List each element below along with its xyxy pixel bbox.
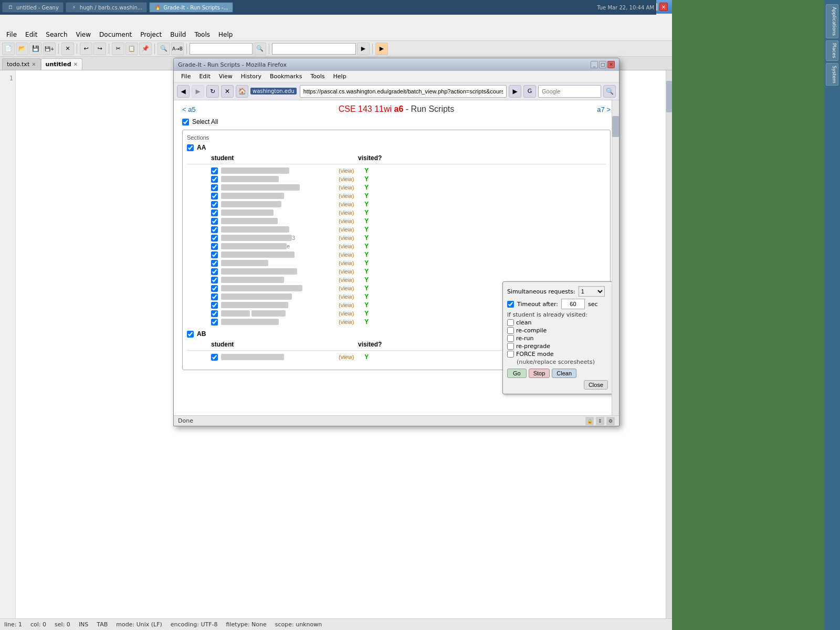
student-6-view[interactable]: (view) xyxy=(339,209,354,216)
section-ab-checkbox[interactable] xyxy=(187,331,194,338)
student-8-checkbox[interactable] xyxy=(211,226,218,233)
search-bar[interactable] xyxy=(538,85,601,98)
search-input[interactable] xyxy=(272,43,356,55)
menu-build[interactable]: Build xyxy=(166,30,190,39)
tb-search-go[interactable]: ▶ xyxy=(357,43,370,55)
task-geany[interactable]: 🗒 untitled - Geany xyxy=(2,2,64,13)
stop-button[interactable]: Stop xyxy=(529,369,550,378)
tab-untitled-close[interactable]: ✕ xyxy=(74,61,78,67)
select-all-checkbox[interactable] xyxy=(182,119,189,125)
student-9-checkbox[interactable] xyxy=(211,235,218,242)
tb-open[interactable]: 📂 xyxy=(16,43,28,55)
menu-edit[interactable]: Edit xyxy=(21,30,41,39)
tab-todo-close[interactable]: ✕ xyxy=(32,61,36,67)
tb-replace[interactable]: A→B xyxy=(171,43,184,55)
student-14-view[interactable]: (view) xyxy=(339,277,354,283)
opt-repregrade-checkbox[interactable] xyxy=(507,343,514,350)
student-12-checkbox[interactable] xyxy=(211,260,218,267)
geany-close[interactable]: ✕ xyxy=(659,3,668,11)
tb-new[interactable]: 📄 xyxy=(2,43,15,55)
go-button[interactable]: Go xyxy=(507,369,527,378)
tab-todo[interactable]: todo.txt ✕ xyxy=(2,58,41,70)
menu-help[interactable]: Help xyxy=(214,30,237,39)
clean-button[interactable]: Clean xyxy=(552,369,576,378)
ff-menu-history[interactable]: History xyxy=(237,72,266,81)
tb-undo[interactable]: ↩ xyxy=(80,43,92,55)
close-button[interactable]: Close xyxy=(584,380,608,390)
ff-search-engine[interactable]: G xyxy=(523,85,536,98)
editor-scrollbar[interactable] xyxy=(666,70,672,618)
ff-menu-view[interactable]: View xyxy=(215,72,237,81)
ff-close[interactable]: ✕ xyxy=(607,61,615,68)
ff-home[interactable]: 🏠 xyxy=(236,85,248,98)
tb-save[interactable]: 💾 xyxy=(29,43,42,55)
menu-document[interactable]: Document xyxy=(95,30,136,39)
student-16-view[interactable]: (view) xyxy=(339,293,354,300)
student-17-checkbox[interactable] xyxy=(211,302,218,309)
student-ab-1-checkbox[interactable] xyxy=(211,354,218,361)
student-19-view[interactable]: (view) xyxy=(339,319,354,325)
ff-maximize[interactable]: □ xyxy=(599,61,606,68)
title-assign[interactable]: a6 xyxy=(394,104,404,113)
ff-stop[interactable]: ✕ xyxy=(221,85,234,98)
menu-project[interactable]: Project xyxy=(136,30,166,39)
student-4-checkbox[interactable] xyxy=(211,193,218,200)
student-2-checkbox[interactable] xyxy=(211,176,218,183)
title-quarter[interactable]: 11wi xyxy=(374,104,392,113)
student-18-checkbox[interactable] xyxy=(211,310,218,317)
student-ab-1-view[interactable]: (view) xyxy=(339,354,354,360)
student-19-checkbox[interactable] xyxy=(211,319,218,326)
student-8-view[interactable]: (view) xyxy=(339,226,354,233)
menu-search[interactable]: Search xyxy=(41,30,71,39)
tb-cut[interactable]: ✂ xyxy=(112,43,124,55)
ff-forward[interactable]: ▶ xyxy=(192,85,204,98)
student-15-checkbox[interactable] xyxy=(211,285,218,292)
ff-status-icon-1[interactable]: 🔒 xyxy=(585,417,594,425)
student-2-view[interactable]: (view) xyxy=(339,176,354,182)
student-7-checkbox[interactable] xyxy=(211,218,218,225)
nav-prev[interactable]: < a5 xyxy=(182,106,196,113)
ff-status-icon-2[interactable]: ↕ xyxy=(596,417,604,425)
nav-next[interactable]: a7 > xyxy=(597,106,611,113)
rpanel-system[interactable]: System xyxy=(826,63,838,86)
tb-paste[interactable]: 📌 xyxy=(139,43,152,55)
ff-menu-file[interactable]: File xyxy=(177,72,195,81)
tb-close[interactable]: ✕ xyxy=(61,43,74,55)
student-12-view[interactable]: (view) xyxy=(339,260,354,266)
ff-status-icon-3[interactable]: ⚙ xyxy=(606,417,615,425)
ff-search-go[interactable]: 🔍 xyxy=(603,85,616,98)
scroll-thumb[interactable] xyxy=(666,81,672,112)
student-15-view[interactable]: (view) xyxy=(339,285,354,291)
student-1-checkbox[interactable] xyxy=(211,167,218,174)
jump-to-input[interactable] xyxy=(190,43,253,55)
tb-run[interactable]: ▶ xyxy=(375,43,388,55)
ff-back[interactable]: ◀ xyxy=(177,85,190,98)
student-18-view[interactable]: (view) xyxy=(339,310,354,317)
tb-copy[interactable]: 📋 xyxy=(125,43,138,55)
menu-view[interactable]: View xyxy=(72,30,95,39)
menu-tools[interactable]: Tools xyxy=(190,30,214,39)
student-10-view[interactable]: (view) xyxy=(339,243,354,249)
tab-untitled[interactable]: untitled ✕ xyxy=(41,58,82,70)
ff-menu-tools[interactable]: Tools xyxy=(306,72,329,81)
task-filezilla[interactable]: ⚡ hugh / barb.cs.washin... xyxy=(66,2,148,13)
student-10-checkbox[interactable] xyxy=(211,243,218,250)
student-6-checkbox[interactable] xyxy=(211,209,218,216)
student-5-view[interactable]: (view) xyxy=(339,201,354,207)
opt-clean-checkbox[interactable] xyxy=(507,319,514,326)
student-14-checkbox[interactable] xyxy=(211,277,218,284)
ff-reload[interactable]: ↻ xyxy=(206,85,219,98)
student-9-view[interactable]: (view) xyxy=(339,235,354,241)
ff-minimize[interactable]: _ xyxy=(591,61,598,68)
opt-rerun-checkbox[interactable] xyxy=(507,335,514,342)
simultaneous-select[interactable]: 1 2 3 xyxy=(579,286,605,297)
ff-scrollbar[interactable] xyxy=(612,100,619,415)
timeout-checkbox[interactable] xyxy=(507,301,514,308)
ff-scroll-thumb[interactable] xyxy=(612,116,619,137)
section-aa-checkbox[interactable] xyxy=(187,144,194,151)
student-5-checkbox[interactable] xyxy=(211,201,218,208)
opt-recompile-checkbox[interactable] xyxy=(507,327,514,334)
student-16-checkbox[interactable] xyxy=(211,293,218,300)
tb-save-all[interactable]: 💾+ xyxy=(43,43,56,55)
student-1-view[interactable]: (view) xyxy=(339,167,354,174)
